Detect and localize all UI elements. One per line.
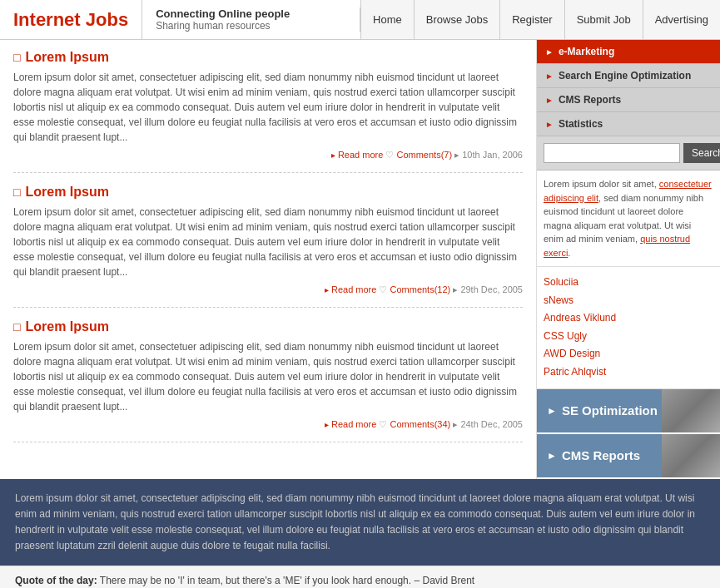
sidebar-item-cms[interactable]: ► CMS Reports [537, 88, 720, 112]
banner-cms-chevron: ► [547, 450, 557, 462]
article-3-title: □ Lorem Ipsum [13, 319, 523, 334]
sidebar-link-andreas[interactable]: Andreas Viklund [544, 309, 713, 328]
article-2-date: 29th Dec, 2005 [460, 284, 523, 294]
sidebar-menu: ► e-Marketing ► Search Engine Optimizati… [537, 40, 720, 136]
banner-se-chevron: ► [547, 405, 557, 417]
tagline-sub: Sharing human resources [156, 20, 346, 32]
article-2-read-more[interactable]: Read more [331, 284, 376, 294]
chevron-icon-4: ► [545, 120, 554, 129]
sidebar-link-cssugly[interactable]: CSS Ugly [544, 328, 713, 346]
sidebar: ► e-Marketing ► Search Engine Optimizati… [537, 40, 720, 479]
site-logo: Internet Jobs [0, 0, 142, 39]
tagline: Connecting Online people Sharing human r… [142, 7, 360, 32]
search-button[interactable]: Search [683, 143, 720, 163]
article-1-date: 10th Jan, 2006 [462, 150, 523, 160]
quote-bar: Quote of the day: There may be no 'I' in… [0, 566, 720, 588]
article-1-comments[interactable]: Comments(7) [396, 150, 452, 160]
article-3-comments[interactable]: Comments(34) [390, 419, 451, 429]
article-2-footer: ▸ Read more ♡ Comments(12) ▸ 29th Dec, 2… [13, 284, 523, 295]
banner-cms-image [662, 434, 720, 477]
sidebar-search-bar: Search [537, 136, 720, 170]
chevron-icon-1: ► [545, 47, 554, 57]
article-2-comments[interactable]: Comments(12) [390, 284, 451, 294]
sidebar-link-awd[interactable]: AWD Design [544, 345, 713, 363]
article-3-date: 24th Dec, 2005 [460, 419, 523, 429]
sidebar-item-emarketing[interactable]: ► e-Marketing [537, 40, 720, 64]
banner-cms-label: ► CMS Reports [547, 448, 640, 462]
sidebar-description: Lorem ipsum dolor sit amet, consectetuer… [537, 170, 720, 267]
comment-icon-3: □ [13, 320, 20, 334]
comment-icon-2: □ [13, 185, 20, 199]
sidebar-banner-se[interactable]: ► SE Optimization [537, 389, 720, 432]
article-2-title: □ Lorem Ipsum [13, 185, 523, 200]
article-3: □ Lorem Ipsum Lorem ipsum dolor sit amet… [13, 319, 523, 442]
comment-icon-1: □ [13, 51, 20, 64]
sidebar-links-list: Soluciia sNews Andreas Viklund CSS Ugly … [537, 267, 720, 389]
article-3-read-more[interactable]: Read more [331, 419, 376, 429]
article-1-title: □ Lorem Ipsum [13, 50, 523, 65]
nav-submit-job[interactable]: Submit Job [564, 0, 643, 39]
article-1-read-more[interactable]: Read more [338, 150, 383, 160]
search-input[interactable] [544, 143, 680, 163]
article-2: □ Lorem Ipsum Lorem ipsum dolor sit amet… [13, 185, 523, 308]
sidebar-item-seo[interactable]: ► Search Engine Optimization [537, 64, 720, 88]
article-1-footer: ▸ Read more ♡ Comments(7) ▸ 10th Jan, 20… [13, 150, 523, 161]
blue-box: Lorem ipsum dolor sit amet, consectetuer… [0, 479, 720, 566]
tagline-main: Connecting Online people [156, 7, 346, 20]
sidebar-link-consectetuer[interactable]: consectetuer adipiscing elit [544, 179, 712, 203]
main-content: □ Lorem Ipsum Lorem ipsum dolor sit amet… [0, 40, 537, 479]
sidebar-link-patric[interactable]: Patric Ahlqvist [544, 363, 713, 382]
nav-advertising[interactable]: Advertising [643, 0, 720, 39]
banner-se-image [662, 389, 720, 432]
article-2-body: Lorem ipsum dolor sit amet, consectetuer… [13, 205, 523, 279]
sidebar-link-snews[interactable]: sNews [544, 292, 713, 310]
article-1-body: Lorem ipsum dolor sit amet, consectetuer… [13, 70, 523, 145]
main-nav: Home Browse Jobs Register Submit Job Adv… [360, 0, 720, 39]
chevron-icon-2: ► [545, 72, 554, 81]
article-3-footer: ▸ Read more ♡ Comments(34) ▸ 24th Dec, 2… [13, 419, 523, 430]
nav-register[interactable]: Register [499, 0, 564, 39]
quote-text: There may be no 'I' in team, but there's… [100, 575, 474, 586]
banner-se-label: ► SE Optimization [547, 403, 658, 418]
sidebar-link-nostrud[interactable]: quis nostrud exerci [544, 234, 690, 258]
sidebar-link-soluciia[interactable]: Soluciia [544, 274, 713, 292]
article-1: □ Lorem Ipsum Lorem ipsum dolor sit amet… [13, 50, 523, 173]
nav-browse-jobs[interactable]: Browse Jobs [414, 0, 499, 39]
sidebar-item-statistics[interactable]: ► Statistics [537, 112, 720, 136]
sidebar-banner-cms[interactable]: ► CMS Reports [537, 434, 720, 477]
chevron-icon-3: ► [545, 96, 554, 105]
quote-label: Quote of the day: [15, 575, 97, 586]
nav-home[interactable]: Home [360, 0, 414, 39]
article-3-body: Lorem ipsum dolor sit amet, consectetuer… [13, 339, 523, 414]
